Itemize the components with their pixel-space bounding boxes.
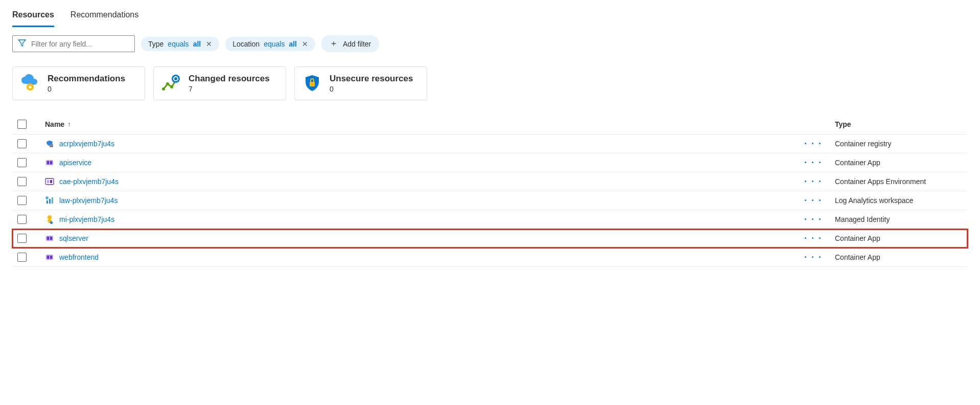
table-row: acrplxvjemb7ju4s· · ·Container registry — [12, 134, 968, 153]
plus-icon: ＋ — [330, 38, 338, 49]
summary-cards: Recommendations 0 Changed resources 7 — [12, 66, 968, 100]
header-checkbox-cell — [17, 120, 45, 129]
row-type-cell: Managed Identity — [835, 215, 968, 223]
row-type-cell: Container App — [835, 159, 968, 167]
column-header-type[interactable]: Type — [835, 120, 968, 128]
filter-input-wrapper[interactable] — [12, 35, 135, 52]
card-changed-count: 7 — [189, 85, 270, 93]
row-checkbox[interactable] — [17, 215, 27, 224]
sort-ascending-icon: ↑ — [67, 121, 71, 128]
row-type-cell: Log Analytics workspace — [835, 196, 968, 205]
svg-point-2 — [162, 87, 165, 91]
filter-input[interactable] — [31, 40, 129, 48]
row-name-cell: law-plxvjemb7ju4s — [45, 196, 804, 205]
row-type-cell: Container Apps Environment — [835, 177, 968, 186]
select-all-checkbox[interactable] — [17, 120, 27, 129]
row-type-cell: Container App — [835, 234, 968, 242]
filter-bar: Type equals all ✕ Location equals all ✕ … — [12, 35, 968, 52]
resource-link[interactable]: mi-plxvjemb7ju4s — [59, 215, 114, 223]
more-actions-button[interactable]: · · · — [804, 139, 822, 148]
row-checkbox[interactable] — [17, 196, 27, 205]
card-unsecure-title: Unsecure resources — [330, 74, 413, 84]
svg-point-3 — [166, 82, 169, 85]
row-checkbox-cell — [17, 215, 45, 224]
close-icon[interactable]: ✕ — [205, 40, 212, 48]
tabs-bar: Resources Recommendations — [12, 0, 968, 27]
filter-pill-location-val: all — [289, 40, 297, 48]
row-checkbox-cell — [17, 253, 45, 262]
row-checkbox-cell — [17, 139, 45, 148]
filter-pill-type-val: all — [193, 40, 201, 48]
row-type-cell: Container App — [835, 253, 968, 261]
law-icon — [45, 196, 54, 205]
changed-icon — [161, 73, 181, 94]
identity-icon — [45, 215, 54, 224]
more-actions-button[interactable]: · · · — [804, 196, 822, 205]
row-name-cell: webfrontend — [45, 253, 804, 262]
row-checkbox-cell — [17, 234, 45, 243]
card-recommendations[interactable]: Recommendations 0 — [12, 66, 145, 100]
more-actions-button[interactable]: · · · — [804, 234, 822, 243]
tab-resources[interactable]: Resources — [12, 6, 54, 27]
more-actions-button[interactable]: · · · — [804, 215, 822, 224]
row-checkbox-cell — [17, 177, 45, 186]
filter-pill-location-op: equals — [264, 40, 285, 48]
resources-table: Name ↑ Type acrplxvjemb7ju4s· · ·Contain… — [12, 115, 968, 267]
row-name-cell: mi-plxvjemb7ju4s — [45, 215, 804, 224]
svg-point-1 — [29, 85, 32, 88]
caenv-icon — [45, 177, 54, 186]
resource-link[interactable]: sqlserver — [59, 234, 88, 242]
svg-point-5 — [172, 75, 180, 83]
resource-link[interactable]: webfrontend — [59, 253, 99, 261]
resource-link[interactable]: cae-plxvjemb7ju4s — [59, 177, 119, 186]
table-row: apiservice· · ·Container App — [12, 153, 968, 172]
row-checkbox[interactable] — [17, 177, 27, 186]
row-checkbox[interactable] — [17, 158, 27, 167]
filter-pill-location[interactable]: Location equals all ✕ — [225, 37, 315, 51]
row-checkbox[interactable] — [17, 139, 27, 148]
row-checkbox[interactable] — [17, 253, 27, 262]
row-type-cell: Container registry — [835, 140, 968, 148]
column-header-name-label: Name — [45, 120, 64, 128]
add-filter-label: Add filter — [343, 40, 371, 48]
registry-icon — [45, 139, 54, 148]
table-header: Name ↑ Type — [12, 115, 968, 134]
row-checkbox-cell — [17, 158, 45, 167]
card-recommendations-count: 0 — [48, 85, 125, 93]
row-name-cell: sqlserver — [45, 234, 804, 243]
row-actions-cell: · · · — [804, 234, 835, 243]
column-header-name[interactable]: Name ↑ — [45, 120, 804, 128]
unsecure-icon — [302, 73, 322, 94]
table-row: law-plxvjemb7ju4s· · ·Log Analytics work… — [12, 191, 968, 210]
recommendations-icon — [20, 73, 40, 94]
table-row: webfrontend· · ·Container App — [12, 248, 968, 267]
card-unsecure-count: 0 — [330, 85, 413, 93]
row-actions-cell: · · · — [804, 177, 835, 186]
tab-recommendations[interactable]: Recommendations — [71, 6, 138, 27]
row-checkbox[interactable] — [17, 234, 27, 243]
table-row: mi-plxvjemb7ju4s· · ·Managed Identity — [12, 210, 968, 229]
row-actions-cell: · · · — [804, 196, 835, 205]
row-actions-cell: · · · — [804, 215, 835, 224]
card-changed-resources[interactable]: Changed resources 7 — [153, 66, 286, 100]
row-actions-cell: · · · — [804, 253, 835, 262]
filter-pill-type[interactable]: Type equals all ✕ — [141, 37, 219, 51]
containerapp-icon — [45, 253, 54, 262]
svg-rect-6 — [310, 82, 315, 86]
containerapp-icon — [45, 234, 54, 243]
more-actions-button[interactable]: · · · — [804, 177, 822, 186]
row-checkbox-cell — [17, 196, 45, 205]
filter-icon — [18, 39, 26, 49]
filter-pill-type-op: equals — [168, 40, 189, 48]
resource-link[interactable]: apiservice — [59, 159, 91, 167]
resource-link[interactable]: acrplxvjemb7ju4s — [59, 140, 114, 148]
add-filter-button[interactable]: ＋ Add filter — [321, 35, 379, 52]
more-actions-button[interactable]: · · · — [804, 253, 822, 262]
card-unsecure-resources[interactable]: Unsecure resources 0 — [294, 66, 427, 100]
more-actions-button[interactable]: · · · — [804, 158, 822, 167]
row-name-cell: cae-plxvjemb7ju4s — [45, 177, 804, 186]
filter-pill-location-label: Location — [232, 40, 260, 48]
resource-link[interactable]: law-plxvjemb7ju4s — [59, 196, 118, 205]
table-body: acrplxvjemb7ju4s· · ·Container registrya… — [12, 134, 968, 267]
close-icon[interactable]: ✕ — [301, 40, 308, 48]
